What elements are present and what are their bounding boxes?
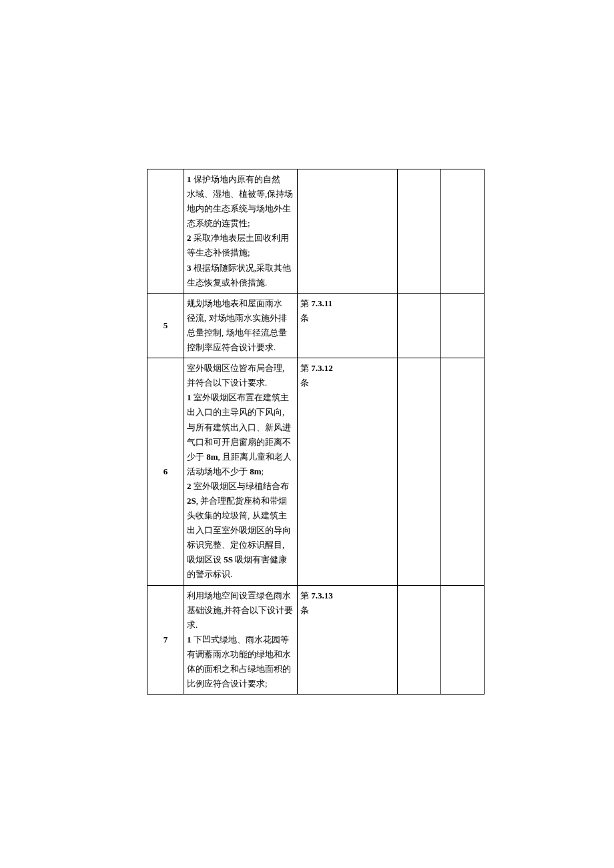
row-description: 1 保护场地内原有的自然水域、湿地、植被等,保持场地内的生态系统与场地外生态系统… xyxy=(184,169,298,294)
row-number: 5 xyxy=(147,293,184,358)
row-col5 xyxy=(441,169,485,294)
row-reference: 第 7.3.12条 xyxy=(298,358,398,585)
table-row: 6室外吸烟区位皆布局合理, 并符合以下设计要求.1 室外吸烟区布置在建筑主出入口… xyxy=(147,358,485,585)
spec-table: 1 保护场地内原有的自然水域、湿地、植被等,保持场地内的生态系统与场地外生态系统… xyxy=(147,169,485,695)
row-reference xyxy=(298,169,398,294)
row-number xyxy=(147,169,184,294)
row-col5 xyxy=(441,585,485,695)
row-col5 xyxy=(441,358,485,585)
row-reference: 第 7.3.13条 xyxy=(298,585,398,695)
row-number: 7 xyxy=(147,585,184,695)
table-row: 1 保护场地内原有的自然水域、湿地、植被等,保持场地内的生态系统与场地外生态系统… xyxy=(147,169,485,294)
row-col4 xyxy=(398,169,441,294)
row-number: 6 xyxy=(147,358,184,585)
row-col4 xyxy=(398,585,441,695)
row-reference: 第 7.3.11条 xyxy=(298,293,398,358)
document-page: 1 保护场地内原有的自然水域、湿地、植被等,保持场地内的生态系统与场地外生态系统… xyxy=(0,0,614,868)
table-row: 5规划场地地表和屋面雨水径流, 对场地雨水实施外排总量控制, 场地年径流总量控制… xyxy=(147,293,485,358)
row-description: 室外吸烟区位皆布局合理, 并符合以下设计要求.1 室外吸烟区布置在建筑主出入口的… xyxy=(184,358,298,585)
row-col5 xyxy=(441,293,485,358)
row-col4 xyxy=(398,358,441,585)
row-col4 xyxy=(398,293,441,358)
row-description: 规划场地地表和屋面雨水径流, 对场地雨水实施外排总量控制, 场地年径流总量控制率… xyxy=(184,293,298,358)
table-row: 7利用场地空间设置绿色雨水基础设施,并符合以下设计要求.1 下凹式绿地、雨水花园… xyxy=(147,585,485,695)
row-description: 利用场地空间设置绿色雨水基础设施,并符合以下设计要求.1 下凹式绿地、雨水花园等… xyxy=(184,585,298,695)
